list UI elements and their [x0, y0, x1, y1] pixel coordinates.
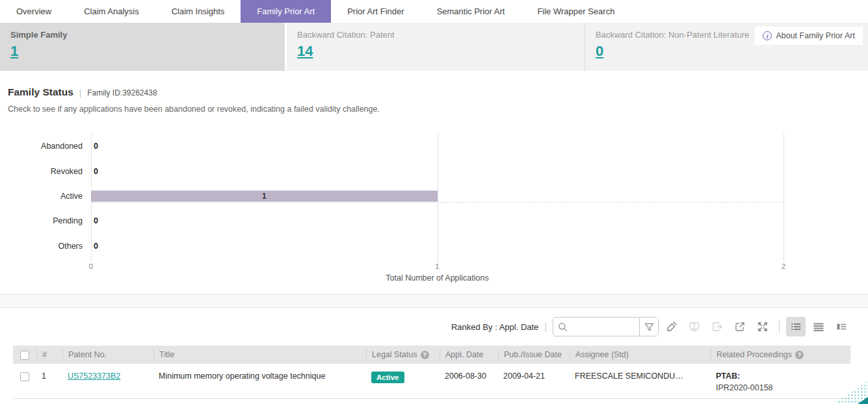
chart-category-label: Abandoned	[41, 134, 83, 158]
table-toolbar: Ranked By : Appl. Date |	[0, 308, 868, 346]
chart-row: Others0	[91, 234, 783, 259]
table-row: 1 US7523373B2 Minimum memory operating v…	[13, 364, 850, 399]
backward-citation-patent-count-link[interactable]: 14	[297, 43, 313, 60]
column-header-assignee: Assignee (Std)	[570, 349, 711, 360]
highlighter-icon[interactable]	[662, 317, 681, 336]
column-header-pub-issue-date: Pub./Issue Date	[498, 349, 570, 360]
family-id: Family ID:39262438	[87, 88, 157, 97]
column-label: Legal Status	[372, 350, 417, 359]
toolbar-separator: |	[544, 322, 547, 332]
patent-number-link[interactable]: US7523373B2	[68, 372, 120, 381]
backward-citation-npl-count-link[interactable]: 0	[596, 43, 603, 60]
chart-category-label: Pending	[53, 208, 83, 233]
row-checkbox[interactable]	[20, 372, 29, 381]
top-tab-bar: Overview Claim Analysis Claim Insights F…	[0, 0, 868, 23]
section-divider-band	[0, 294, 868, 308]
chart-row: Abandoned0	[91, 134, 783, 158]
chart-value-label: 0	[94, 216, 98, 225]
related-proceedings-help-icon[interactable]: ?	[795, 351, 804, 359]
info-circle-icon: i	[763, 31, 772, 40]
chart-row: Revoked0	[91, 158, 783, 183]
card-label: Simple Family	[10, 30, 274, 40]
select-all-checkbox[interactable]	[20, 351, 29, 360]
compact-view-icon[interactable]	[832, 317, 851, 336]
chart-value-label: 0	[94, 142, 98, 151]
export-icon[interactable]	[707, 317, 727, 336]
ranked-by-label: Ranked By : Appl. Date	[451, 322, 538, 332]
chart-category-label: Revoked	[51, 158, 83, 183]
family-status-section: Family Status | Family ID:39262438 Check…	[0, 71, 868, 273]
about-label: About Family Prior Art	[776, 31, 855, 40]
card-simple-family: Simple Family 1	[0, 23, 285, 71]
column-header-related-proceedings: Related Proceedings ?	[711, 349, 850, 360]
card-label: Backward Citation: Patent	[297, 30, 574, 40]
split-view-icon[interactable]	[685, 317, 704, 336]
column-header-title: Title	[153, 349, 366, 360]
section-title: Family Status	[8, 86, 73, 98]
related-proceedings-id: IPR2020-00158	[716, 383, 845, 392]
column-header-appl-date: Appl. Date	[440, 349, 498, 360]
patent-title: Minimum memory operating voltage techniq…	[153, 372, 366, 381]
related-proceedings-type: PTAB:	[716, 372, 845, 381]
legal-status-badge: Active	[371, 372, 404, 383]
row-checkbox-cell	[13, 372, 36, 381]
chart-row-dashed-line	[91, 202, 783, 203]
chart-row: Pending0	[91, 208, 783, 233]
about-family-prior-art-link[interactable]: i About Family Prior Art	[755, 27, 863, 45]
chart-gridline	[783, 134, 784, 262]
search-group	[553, 317, 659, 336]
tab-semantic-prior-art[interactable]: Semantic Prior Art	[421, 0, 521, 23]
chart-x-axis-label: Total Number of Applications	[386, 273, 488, 283]
filter-funnel-icon[interactable]	[639, 318, 658, 336]
chart-row: Active1	[91, 184, 783, 208]
assignee-name: FREESCALE SEMICONDU…	[570, 372, 711, 381]
dense-view-icon[interactable]	[809, 317, 828, 336]
expand-icon[interactable]	[753, 317, 772, 336]
chart-value-label: 0	[94, 242, 98, 251]
simple-family-count-link[interactable]: 1	[10, 43, 18, 60]
column-header-patent-no: Patent No.	[62, 349, 153, 360]
chart-category-label: Active	[60, 184, 83, 208]
chart-x-tick-label: 1	[435, 262, 439, 270]
tab-overview[interactable]: Overview	[0, 0, 68, 23]
column-header-num: #	[36, 349, 62, 360]
toolbar-divider	[779, 321, 780, 333]
pub-issue-date: 2009-04-21	[498, 372, 570, 381]
row-number: 1	[36, 372, 62, 381]
chart-bar: 1	[91, 190, 438, 201]
select-all-checkbox-cell	[13, 349, 36, 360]
tab-claim-analysis[interactable]: Claim Analysis	[68, 0, 155, 23]
column-label: Related Proceedings	[717, 350, 792, 359]
tab-file-wrapper-search[interactable]: File Wrapper Search	[521, 0, 631, 23]
chart-category-label: Others	[58, 234, 83, 259]
tab-claim-insights[interactable]: Claim Insights	[155, 0, 241, 23]
application-date: 2006-08-30	[440, 372, 498, 381]
results-table: # Patent No. Title Legal Status ? Appl. …	[13, 346, 850, 399]
chart-x-tick-label: 2	[782, 262, 785, 270]
related-proceedings-cell: PTAB: IPR2020-00158	[711, 372, 850, 392]
column-header-legal-status: Legal Status ?	[366, 349, 440, 360]
card-backward-citation-npl: Backward Citation: Non-Patent Literature…	[585, 23, 868, 71]
summary-cards: Simple Family 1 Backward Citation: Paten…	[0, 23, 868, 71]
chart-value-label: 0	[94, 167, 98, 176]
family-status-chart: Abandoned0Revoked0Active1Pending0Others0…	[91, 134, 783, 273]
tab-prior-art-finder[interactable]: Prior Art Finder	[331, 0, 420, 23]
tab-family-prior-art[interactable]: Family Prior Art	[241, 0, 331, 23]
card-backward-citation-patent: Backward Citation: Patent 14	[287, 23, 585, 71]
chart-plot: Abandoned0Revoked0Active1Pending0Others0	[91, 134, 783, 259]
chart-x-ticks: 012	[91, 262, 783, 273]
title-separator: |	[79, 88, 81, 97]
search-icon	[558, 322, 568, 332]
export-file-icon[interactable]	[730, 317, 750, 336]
section-description: Check to see if any applications have be…	[8, 105, 868, 114]
table-header-row: # Patent No. Title Legal Status ? Appl. …	[13, 346, 850, 364]
list-view-icon[interactable]	[786, 317, 806, 336]
chart-x-tick-label: 0	[89, 262, 93, 270]
legal-status-help-icon[interactable]: ?	[421, 351, 429, 359]
